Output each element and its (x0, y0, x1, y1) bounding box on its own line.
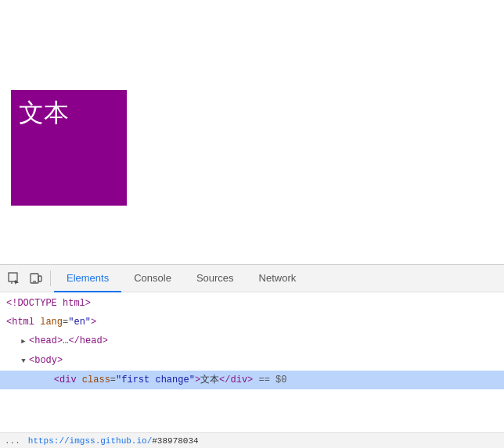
collapse-body-triangle[interactable]: ▼ (19, 353, 28, 369)
demo-box: 文本 (11, 90, 127, 206)
devtools-tabs: Elements Console Sources Network (54, 265, 308, 292)
devtools-statusbar: ... https://imgss.github.io/ #38978034 (0, 432, 504, 448)
statusbar-dots: ... (5, 436, 20, 446)
code-line-head[interactable]: ▶<head>…</head> (0, 332, 504, 351)
device-toolbar-button[interactable] (25, 267, 47, 289)
tab-network[interactable]: Network (247, 265, 309, 292)
browser-viewport: 文本 (0, 0, 504, 264)
tab-elements[interactable]: Elements (54, 265, 121, 292)
code-line-doctype[interactable]: <!DOCTYPE html> (0, 294, 504, 313)
statusbar-hash: #38978034 (152, 436, 198, 446)
code-line-body[interactable]: ▼<body> (0, 351, 504, 371)
expand-head-triangle[interactable]: ▶ (19, 334, 28, 349)
devtools-toolbar: Elements Console Sources Network (0, 265, 504, 292)
tab-console[interactable]: Console (121, 265, 184, 292)
devtools-panel: Elements Console Sources Network <!DOCTY… (0, 264, 504, 448)
tab-sources[interactable]: Sources (184, 265, 247, 292)
code-line-div-selected[interactable]: <div class="first change">文本</div> == $0 (0, 371, 504, 389)
inspect-icon (8, 272, 20, 285)
device-icon (30, 272, 42, 285)
toolbar-divider (50, 271, 51, 286)
demo-box-text: 文本 (19, 96, 69, 131)
svg-marker-3 (14, 280, 19, 285)
inspect-element-button[interactable] (3, 267, 25, 289)
statusbar-url: https://imgss.github.io/ (28, 436, 152, 446)
svg-rect-5 (38, 276, 41, 281)
devtools-elements-content: <!DOCTYPE html> <html lang="en"> ▶<head>… (0, 292, 504, 432)
code-line-html[interactable]: <html lang="en"> (0, 313, 504, 332)
